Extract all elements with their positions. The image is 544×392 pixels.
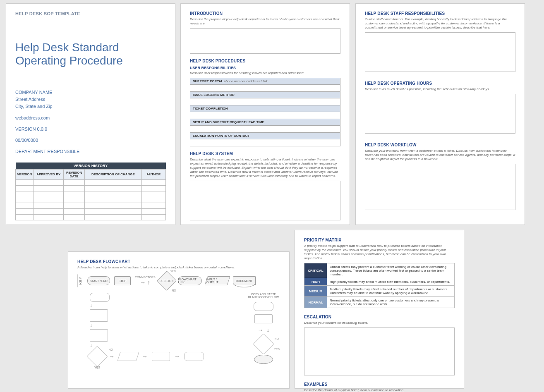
fc-no-label: NO — [109, 348, 113, 351]
procedures-head: HELP DESK PROCEDURES — [190, 59, 340, 63]
workflow-desc: Describe your workflow from when a custo… — [365, 149, 515, 161]
key-io-icon: INPUT / OUTPUT — [204, 276, 230, 285]
proc-input[interactable] — [190, 126, 340, 132]
vh-col-approved: APPROVED BY — [34, 169, 64, 179]
key-startend-icon: START / END — [87, 276, 110, 285]
key-step-icon: STEP — [114, 276, 131, 285]
palette-rect-icon[interactable] — [254, 314, 273, 323]
prio-label: CRITICAL — [304, 263, 327, 278]
key-yes-label: YES — [170, 270, 176, 272]
vh-col-author: AUTHOR — [141, 169, 165, 179]
escalation-desc: Describe your formula for escalating tic… — [304, 321, 455, 325]
intro-procedures-page: INTRODUCTION Describe the purpose of you… — [180, 3, 350, 225]
fc-io-shape[interactable] — [117, 352, 139, 361]
flowchart-page: HELP DESK FLOWCHART A flowchart can help… — [68, 251, 290, 389]
flowchart-head: HELP DESK FLOWCHART — [77, 259, 280, 264]
prio-text: Normal priority tickets affect only one … — [327, 297, 455, 308]
vh-col-revdate: REVISION DATE — [64, 169, 85, 179]
hours-head: HELP DESK OPERATING HOURS — [365, 81, 515, 86]
user-resp-desc: Describe user responsibilities for ensur… — [190, 71, 340, 75]
arrow-right-icon: → — [109, 353, 115, 360]
web-address: webaddress.com — [15, 115, 166, 122]
prio-text: Critical tickets may prevent a customer … — [327, 263, 455, 278]
department-line: DEPARTMENT RESPONSIBLE — [15, 148, 166, 155]
palette-label: COPY AND PASTE BLANK ICONS BELOW — [247, 293, 280, 299]
fc-step-shape[interactable] — [90, 309, 108, 322]
workflow-box[interactable] — [365, 164, 515, 210]
street-address: Street Address — [15, 96, 166, 103]
proc-input[interactable] — [190, 112, 340, 119]
palette-arrow-down-icon[interactable]: ↓ — [267, 327, 270, 333]
proc-input[interactable] — [190, 98, 340, 105]
palette-ellipse-icon[interactable] — [254, 355, 273, 364]
arrow-down-icon: ↓ — [90, 303, 92, 308]
procedures-stack: SUPPORT PORTAL phone number / address / … — [190, 78, 340, 146]
intro-desc: Describe the purpose of your help desk d… — [190, 17, 340, 26]
fc-end-shape[interactable] — [184, 352, 204, 361]
fc-start-shape[interactable] — [90, 293, 110, 302]
flowchart-key: KEY START / END STEP CONNECTORS → ↑ YES … — [77, 274, 280, 288]
flowchart-desc: A flowchart can help to show what action… — [77, 265, 280, 270]
user-resp-head: USER RESPONSIBILITIES — [190, 66, 340, 70]
key-decision-icon: DECISION — [157, 271, 177, 291]
proc-label: ISSUE LOGGING METHOD — [193, 93, 235, 97]
prio-row-medium: MEDIUM Medium priority tickets may affec… — [304, 286, 455, 297]
key-no-label: NO — [172, 289, 176, 292]
proc-row-lead-time: SETUP AND SUPPORT REQUEST LEAD TIME — [190, 119, 340, 133]
template-cover-page: HELP DESK SOP TEMPLATE Help Desk Standar… — [6, 3, 175, 225]
arrow-right-icon: → — [174, 353, 180, 360]
flowchart-canvas[interactable]: ↓ ↓ ↓ NO YES → → → ↓ — [77, 293, 235, 380]
vh-title: VERSION HISTORY — [16, 163, 166, 170]
fc-step-shape[interactable] — [90, 329, 108, 342]
priority-head: PRIORITY MATRIX — [304, 238, 455, 242]
flowchart-palette: COPY AND PASTE BLANK ICONS BELOW → ↓ NO … — [247, 293, 280, 367]
prio-row-high: HIGH High priority tickets may affect mu… — [304, 278, 455, 286]
intro-head: INTRODUCTION — [190, 11, 340, 16]
priority-escalation-page: PRIORITY MATRIX A priority matrix helps … — [295, 230, 464, 389]
workflow-head: HELP DESK WORKFLOW — [365, 143, 515, 147]
key-link-icon: FLOWCHART LINK — [178, 276, 202, 285]
fc-decision-shape[interactable] — [87, 346, 108, 367]
priority-desc: A priority matrix helps support staff to… — [304, 244, 455, 261]
key-label: KEY — [77, 274, 83, 287]
system-head: HELP DESK SYSTEM — [190, 151, 340, 156]
company-name: COMPANY NAME — [15, 89, 166, 96]
vh-col-desc: DESCRIPTION OF CHANGE — [84, 169, 141, 179]
arrow-up-icon: ↑ — [147, 279, 150, 286]
proc-row-issue-logging: ISSUE LOGGING METHOD — [190, 92, 340, 105]
palette-rrect-icon[interactable] — [254, 302, 273, 311]
proc-label: SUPPORT PORTAL — [193, 79, 223, 83]
city-state-zip: City, State and Zip — [15, 103, 166, 110]
prio-row-normal: NORMAL Normal priority tickets affect on… — [304, 297, 455, 308]
examples-desc: Describe the details of a typical ticket… — [304, 388, 455, 392]
system-desc: Describe what the user can expect in res… — [190, 158, 340, 178]
proc-row-support-portal: SUPPORT PORTAL phone number / address / … — [190, 78, 340, 92]
proc-input[interactable] — [190, 85, 340, 91]
escalation-box[interactable] — [304, 327, 455, 375]
proc-row-escalation-contacts: ESCALATION POINTS OF CONTACT — [190, 133, 340, 146]
hours-box[interactable] — [365, 94, 515, 134]
arrow-right-icon: → — [140, 279, 146, 286]
palette-arrow-right-icon[interactable]: → — [258, 327, 264, 333]
arrow-right-icon: → — [142, 353, 148, 360]
key-connectors-label: CONNECTORS — [135, 276, 156, 279]
company-meta: COMPANY NAME Street Address City, State … — [15, 89, 166, 155]
hours-desc: Describe in as much detail as possible, … — [365, 87, 515, 91]
proc-label: ESCALATION POINTS OF CONTACT — [193, 134, 249, 138]
document-title: Help Desk Standard Operating Procedure — [15, 41, 166, 67]
fc-step-shape[interactable] — [152, 352, 170, 361]
palette-diamond-icon[interactable] — [253, 334, 274, 355]
proc-row-ticket-completion: TICKET COMPLETION — [190, 105, 340, 119]
date-line: 00/00/0000 — [15, 137, 166, 144]
proc-hint: phone number / address / link — [224, 79, 267, 83]
arrow-down-icon: ↓ — [90, 342, 92, 348]
staff-desc: Outline staff commitments. For example, … — [365, 17, 515, 30]
prio-label: NORMAL — [304, 297, 327, 308]
intro-box[interactable] — [190, 28, 340, 54]
system-box[interactable] — [190, 181, 340, 220]
version-history-table: VERSION HISTORY VERSION APPROVED BY REVI… — [15, 163, 166, 220]
proc-input[interactable] — [190, 139, 340, 146]
priority-matrix-table: CRITICAL Critical tickets may prevent a … — [304, 263, 455, 308]
examples-head: EXAMPLES — [304, 382, 455, 387]
staff-box[interactable] — [365, 32, 515, 72]
